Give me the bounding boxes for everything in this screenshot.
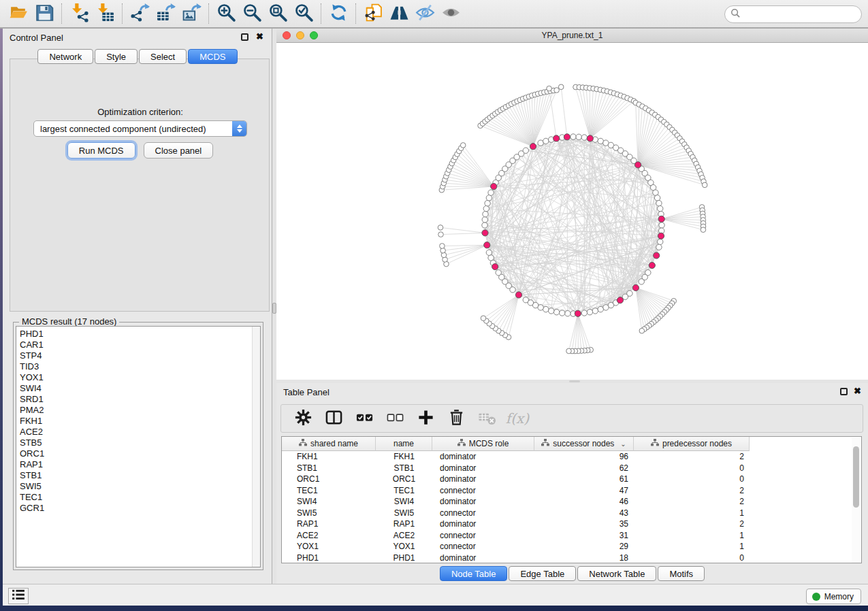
network-node[interactable] (543, 138, 549, 144)
tab-node-table[interactable]: Node Table (440, 566, 508, 581)
export-image-button[interactable] (178, 2, 204, 25)
deselect-all-rows-button[interactable] (383, 407, 407, 430)
mcds-hub-node[interactable] (492, 263, 498, 269)
network-node[interactable] (598, 138, 603, 144)
table-scrollbar[interactable] (852, 437, 861, 563)
network-node[interactable] (656, 244, 662, 250)
network-node[interactable] (543, 306, 549, 312)
mcds-result-item[interactable]: CAR1 (20, 340, 252, 350)
mcds-result-item[interactable]: TEC1 (20, 492, 252, 503)
mcds-hub-node[interactable] (649, 262, 655, 268)
mcds-result-item[interactable]: GCR1 (20, 503, 252, 514)
network-node[interactable] (482, 217, 487, 222)
network-node[interactable] (702, 182, 707, 188)
table-row[interactable]: ACE2ACE2connector311 (282, 530, 861, 542)
zoom-fit-button[interactable] (265, 2, 291, 25)
export-table-button[interactable] (152, 2, 178, 25)
mcds-result-item[interactable]: PHD1 (20, 329, 252, 340)
network-node[interactable] (658, 205, 663, 211)
network-node[interactable] (553, 310, 559, 315)
table-row[interactable]: SWI5SWI5connector431 (282, 508, 861, 519)
mcds-hub-node[interactable] (491, 183, 497, 189)
network-node[interactable] (547, 86, 552, 91)
network-node[interactable] (659, 222, 664, 228)
mcds-hub-node[interactable] (515, 292, 521, 298)
tab-motifs[interactable]: Motifs (658, 566, 705, 581)
network-node[interactable] (438, 225, 443, 231)
network-node[interactable] (558, 84, 564, 90)
network-node[interactable] (598, 306, 603, 312)
zoom-out-button[interactable] (239, 2, 265, 25)
network-canvas[interactable] (276, 44, 868, 380)
network-node[interactable] (587, 310, 592, 315)
run-mcds-button[interactable]: Run MCDS (67, 142, 135, 159)
mcds-list-scrollbar[interactable] (252, 327, 260, 567)
refresh-view-button[interactable] (325, 2, 351, 25)
network-node[interactable] (592, 308, 598, 314)
mcds-hub-node[interactable] (658, 233, 664, 239)
search-neighbors-button[interactable] (386, 2, 412, 25)
table-row[interactable]: RAP1RAP1dominator352 (282, 518, 861, 530)
network-node[interactable] (570, 134, 576, 139)
network-node[interactable] (483, 212, 488, 217)
mcds-result-item[interactable]: TID3 (20, 361, 252, 372)
tab-edge-table[interactable]: Edge Table (509, 566, 576, 581)
tab-select[interactable]: Select (139, 49, 187, 64)
tab-network[interactable]: Network (37, 49, 93, 64)
network-node[interactable] (701, 227, 706, 233)
tab-mcds[interactable]: MCDS (188, 49, 237, 64)
hide-graphics-details-button[interactable] (412, 2, 438, 25)
network-node[interactable] (486, 195, 492, 201)
network-node[interactable] (488, 190, 494, 195)
show-columns-button[interactable] (321, 407, 346, 430)
mcds-hub-node[interactable] (635, 162, 641, 168)
network-window-titlebar[interactable]: YPA_prune.txt_1 (276, 29, 868, 43)
mcds-hub-node[interactable] (484, 242, 490, 248)
network-node[interactable] (438, 232, 444, 237)
mcds-hub-node[interactable] (564, 134, 570, 140)
network-node[interactable] (440, 244, 445, 249)
mcds-result-item[interactable]: SWI5 (20, 481, 252, 492)
tab-network-table[interactable]: Network Table (577, 566, 656, 581)
network-node[interactable] (460, 143, 466, 148)
network-node[interactable] (549, 308, 554, 314)
splitter-handle[interactable] (569, 380, 580, 382)
network-node[interactable] (482, 222, 487, 228)
network-node[interactable] (639, 328, 645, 333)
mcds-result-item[interactable]: SWI4 (20, 383, 252, 394)
mcds-hub-node[interactable] (654, 252, 660, 259)
export-network-button[interactable] (127, 2, 152, 25)
search-field[interactable] (724, 5, 862, 23)
network-node[interactable] (566, 348, 572, 354)
float-panel-icon[interactable] (241, 33, 248, 41)
table-row[interactable]: ORC1ORC1dominator610 (282, 474, 861, 485)
table-row[interactable]: FKH1FKH1dominator962 (282, 451, 861, 463)
network-node[interactable] (576, 134, 581, 139)
network-node[interactable] (658, 239, 663, 244)
mcds-hub-node[interactable] (658, 216, 664, 222)
mcds-hub-node[interactable] (587, 135, 593, 142)
network-node[interactable] (483, 205, 489, 211)
show-graphics-details-button[interactable] (438, 2, 464, 25)
delete-column-button[interactable] (444, 407, 468, 430)
network-node[interactable] (654, 195, 660, 201)
mcds-result-item[interactable]: STB1 (20, 470, 252, 481)
import-network-button[interactable] (66, 2, 92, 25)
mcds-hub-node[interactable] (632, 284, 639, 291)
network-node[interactable] (639, 279, 644, 284)
share-network-button[interactable] (360, 2, 386, 25)
column-header-predecessor-nodes[interactable]: predecessor nodes (634, 437, 750, 451)
mcds-result-item[interactable]: YOX1 (20, 372, 252, 383)
network-node[interactable] (523, 297, 528, 303)
network-node[interactable] (538, 140, 543, 146)
close-panel-icon[interactable]: ✖ (854, 386, 861, 397)
table-mode-gear-button[interactable] (291, 407, 315, 430)
network-node[interactable] (485, 201, 490, 206)
mcds-result-item[interactable]: FKH1 (20, 416, 252, 427)
mcds-result-item[interactable]: STP4 (20, 350, 252, 361)
network-node[interactable] (603, 305, 609, 310)
zoom-selected-button[interactable] (291, 2, 317, 25)
mcds-hub-node[interactable] (575, 310, 581, 316)
column-header-name[interactable]: name (376, 437, 432, 451)
mcds-result-item[interactable]: RAP1 (20, 459, 252, 470)
